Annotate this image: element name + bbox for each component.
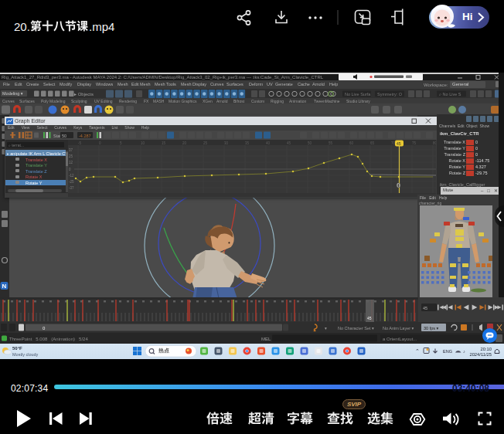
svg-text:45: 45	[287, 141, 291, 145]
svg-text:No Anim Layer ▾: No Anim Layer ▾	[383, 326, 414, 331]
svg-text:70: 70	[391, 141, 396, 145]
svg-text:-4.287: -4.287	[79, 134, 91, 138]
svg-text:N: N	[2, 283, 7, 290]
svg-text:12: 12	[69, 161, 73, 164]
svg-text:▾: ▾	[325, 326, 327, 331]
svg-text:55: 55	[329, 141, 333, 145]
svg-text:0: 0	[69, 168, 71, 171]
svg-text:45: 45	[423, 306, 427, 310]
svg-text:a OrientLayout...: a OrientLayout...	[383, 337, 417, 341]
svg-text:45: 45	[397, 141, 401, 146]
svg-text:15: 15	[162, 141, 166, 145]
svg-text:30 fps ▾: 30 fps ▾	[424, 326, 439, 331]
svg-text:25: 25	[69, 154, 73, 158]
svg-text:ThreePoint 5.008 (Animatio: ThreePoint 5.008 (Animation) 5/24	[9, 337, 88, 341]
svg-text:-5: -5	[78, 141, 81, 145]
svg-text:35: 35	[245, 141, 250, 145]
svg-text:-12: -12	[69, 174, 74, 178]
svg-text:65: 65	[370, 141, 375, 145]
svg-text:No Character Set ▾: No Character Set ▾	[338, 326, 374, 331]
svg-text:20:10: 20:10	[480, 347, 492, 351]
svg-text:Symmetry: O: Symmetry: O	[377, 92, 403, 97]
svg-text:50: 50	[308, 141, 312, 145]
svg-text:80: 80	[433, 141, 436, 145]
svg-text:MEL: MEL	[261, 337, 271, 341]
svg-text:50°F: 50°F	[12, 346, 22, 351]
svg-text:-37: -37	[69, 186, 74, 190]
svg-text:75: 75	[412, 141, 417, 145]
svg-text:.mp4: .mp4	[89, 20, 114, 33]
svg-text:37: 37	[69, 148, 73, 152]
svg-text:-25: -25	[69, 180, 74, 184]
svg-text:20: 20	[182, 141, 187, 145]
svg-text:ENG: ENG	[443, 349, 452, 354]
svg-text:45: 45	[367, 316, 372, 320]
svg-text:25: 25	[203, 141, 208, 145]
svg-text:2024/11/25: 2024/11/25	[469, 352, 492, 357]
svg-text:50: 50	[62, 134, 66, 138]
svg-text:60: 60	[349, 141, 354, 145]
svg-text:▸ Objects: ▸ Objects	[74, 92, 94, 97]
svg-text:Mostly cloudy: Mostly cloudy	[12, 352, 39, 357]
svg-text:No Live Surfa: No Live Surfa	[345, 92, 371, 97]
svg-text:♪: ♪	[463, 349, 465, 354]
svg-text:⌕ No Live S: ⌕ No Live S	[439, 92, 461, 97]
svg-text:20.: 20.	[14, 20, 30, 33]
svg-text:30: 30	[224, 141, 229, 145]
svg-text:0: 0	[397, 181, 400, 189]
svg-text:40: 40	[266, 141, 271, 145]
svg-text:10: 10	[141, 141, 145, 145]
svg-text:⌃: ⌃	[415, 348, 420, 354]
